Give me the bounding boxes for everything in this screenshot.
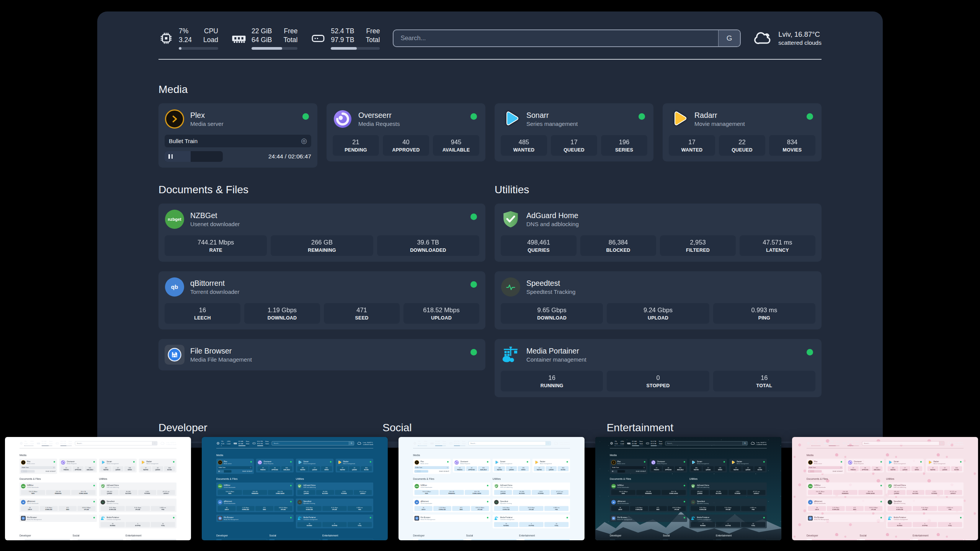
stat-value: 86,384	[317, 491, 334, 492]
app-card-qbittorrent[interactable]: qbqBittorrentTorrent downloader16LEECH1.…	[158, 271, 485, 329]
nzbget-icon: nzbget	[611, 484, 616, 488]
app-card-header: SpeedtestSpeedtest Tracking	[501, 277, 815, 297]
stat-label: DOWNLOADED	[72, 493, 95, 494]
theme-preview-sakura-pink[interactable]: 7%CPU3.24Load22 GiBFree64 GiBTotal52.4 T…	[792, 437, 978, 540]
stat-progress-bar	[24, 445, 33, 446]
stat-progress-bar	[418, 445, 427, 446]
section-title-utilities: Utilities	[493, 478, 570, 481]
portainer-icon	[297, 516, 302, 520]
stat-download: 9.65 GbpsDOWNLOAD	[101, 506, 125, 511]
status-online-dot	[567, 461, 568, 463]
status-online-dot	[290, 517, 292, 518]
webcam-icon: ◎	[840, 467, 842, 468]
stat-value: 40	[384, 139, 428, 146]
stat-blocked: 86,384BLOCKED	[906, 490, 924, 495]
theme-preview-night-mountains[interactable]: 7%CPU3.24Load22 GiBFree64 GiBTotal52.4 T…	[595, 437, 781, 540]
app-card-titles: NZBGetUsenet downloader	[224, 484, 236, 488]
stat-downloaded: 39.6 TBDOWNLOADED	[465, 490, 489, 495]
stat-label: QUEUED	[506, 469, 517, 470]
playback-progress-bar[interactable]	[165, 151, 223, 162]
app-card-header: PlexMedia server	[415, 460, 449, 465]
app-description: Movie management	[343, 463, 355, 464]
app-card-titles: Media PortainerContainer management	[500, 516, 514, 520]
app-card-speedtest[interactable]: SpeedtestSpeedtest Tracking9.65 GbpsDOWN…	[495, 271, 822, 329]
theme-preview-light[interactable]: 7%CPU3.24Load22 GiBFree64 GiBTotal52.4 T…	[5, 437, 191, 540]
theme-preview-content: qb	[808, 500, 813, 504]
app-card-filebrowser[interactable]: File BrowserMedia File Management	[158, 339, 485, 370]
stat-stopped: 0STOPPED	[913, 522, 937, 527]
stat-label: REMAINING	[46, 493, 70, 494]
theme-preview-content	[38, 443, 38, 443]
app-stats: 16RUNNING0STOPPED16TOTAL	[691, 522, 766, 527]
search-input[interactable]	[394, 34, 718, 42]
app-card-portainer[interactable]: Media PortainerContainer management16RUN…	[495, 339, 822, 397]
bookmark-abbr: GH	[807, 539, 812, 540]
section-title-media: Media	[610, 454, 767, 457]
speedtest-icon	[691, 500, 696, 504]
theme-preview-content	[848, 445, 854, 446]
stat-running: 16RUNNING	[888, 522, 912, 527]
theme-preview-content	[430, 442, 434, 445]
stat-download: 9.65 GbpsDOWNLOAD	[691, 506, 715, 511]
app-card-radarr: RadarrMovie management17WANTED22QUEUED83…	[139, 459, 176, 473]
theme-preview-content	[494, 516, 499, 520]
stat-label: WANTED	[731, 469, 741, 470]
stat-upload: 618.52 MbpsUPLOAD	[864, 506, 882, 511]
stat-value: 16	[21, 507, 39, 508]
section-title-documents: Documents & Files	[610, 478, 687, 481]
stat-label: DOWNLOAD	[40, 509, 57, 510]
weather-widget: Lviv, 16.87°Cscattered clouds	[554, 441, 570, 446]
bookmark-inner: YouTubeyoutube.com	[721, 539, 766, 540]
theme-preview-content	[38, 444, 38, 444]
search-provider-button[interactable]: G	[718, 30, 740, 46]
app-card-adguard[interactable]: AdGuard HomeDNS and adblocking498,461QUE…	[495, 204, 822, 262]
app-card-sonarr[interactable]: SonarrSeries management485WANTED17QUEUED…	[495, 103, 653, 161]
section-title: Developer	[807, 534, 858, 537]
bookmark-abbr: LI	[859, 539, 865, 540]
adguard-icon	[888, 484, 892, 488]
stat-value: 2,953	[335, 491, 353, 492]
app-card-titles: SpeedtestSpeedtest Tracking	[303, 500, 315, 504]
app-description: Media server	[190, 121, 224, 127]
theme-preview-content	[808, 443, 808, 443]
now-playing-title: Bullet Train	[219, 467, 225, 468]
theme-preview-content	[496, 517, 496, 518]
column-utilities: UtilitiesAdGuard HomeDNS and adblocking4…	[296, 478, 373, 528]
stat-value: 16	[502, 374, 601, 381]
stat-seed: 471SEED	[649, 506, 667, 511]
stat-label: PENDING	[258, 469, 268, 470]
dashboard-content: 7%CPU3.24Load22 GiBFree64 GiBTotal52.4 T…	[202, 437, 388, 540]
weather-widget: Lviv, 16.87°Cscattered clouds	[947, 441, 964, 446]
app-card-titles: SonarrSeries management	[303, 460, 315, 464]
stat-label: QUERIES	[495, 493, 512, 494]
system-stat-cpu: 7%CPU3.24Load	[807, 440, 821, 446]
theme-preview-ocean-blue[interactable]: 7%CPU3.24Load22 GiBFree64 GiBTotal52.4 T…	[202, 437, 388, 540]
stat-approved: 40APPROVED	[466, 466, 477, 471]
section-title-media: Media	[413, 454, 570, 457]
theme-preview-content	[844, 443, 844, 443]
status-online-dot	[290, 461, 292, 463]
app-card-overseerr[interactable]: OverseerrMedia Requests21PENDING40APPROV…	[327, 103, 485, 161]
stat-value: 9.65 Gbps	[495, 507, 518, 508]
app-card-header: PlexMedia server	[21, 460, 56, 465]
app-card-plex[interactable]: PlexMedia serverBullet Train◎24:44 / 02:…	[158, 103, 317, 168]
pause-icon	[810, 471, 810, 472]
ram-icon	[627, 442, 630, 445]
app-card-nzbget[interactable]: nzbgetNZBGetUsenet downloader744.21 Mbps…	[158, 204, 485, 262]
stat-progress-bar	[848, 445, 859, 446]
app-card-radarr[interactable]: RadarrMovie management17WANTED22QUEUED83…	[663, 103, 822, 161]
stat-label: Total	[462, 443, 466, 445]
stat-download: 1.19 GbpsDOWNLOAD	[630, 506, 648, 511]
stat-value: 945	[434, 139, 478, 146]
theme-preview-content	[888, 516, 892, 520]
theme-preview-content	[613, 462, 614, 463]
stat-value: 3.24	[24, 443, 27, 445]
stat-progress-bar	[651, 445, 662, 446]
stat-value: 21	[258, 467, 268, 468]
app-description: Movie management	[737, 463, 748, 464]
stat-label: Total	[836, 443, 840, 445]
stat-queued: 17QUEUED	[900, 466, 911, 471]
theme-preview-frost-light[interactable]: 7%CPU3.24Load22 GiBFree64 GiBTotal52.4 T…	[399, 437, 585, 540]
playback-row: 24:44 / 02:06:47	[415, 470, 449, 473]
theme-preview-dashboard: 7%CPU3.24Load22 GiBFree64 GiBTotal52.4 T…	[202, 437, 388, 540]
